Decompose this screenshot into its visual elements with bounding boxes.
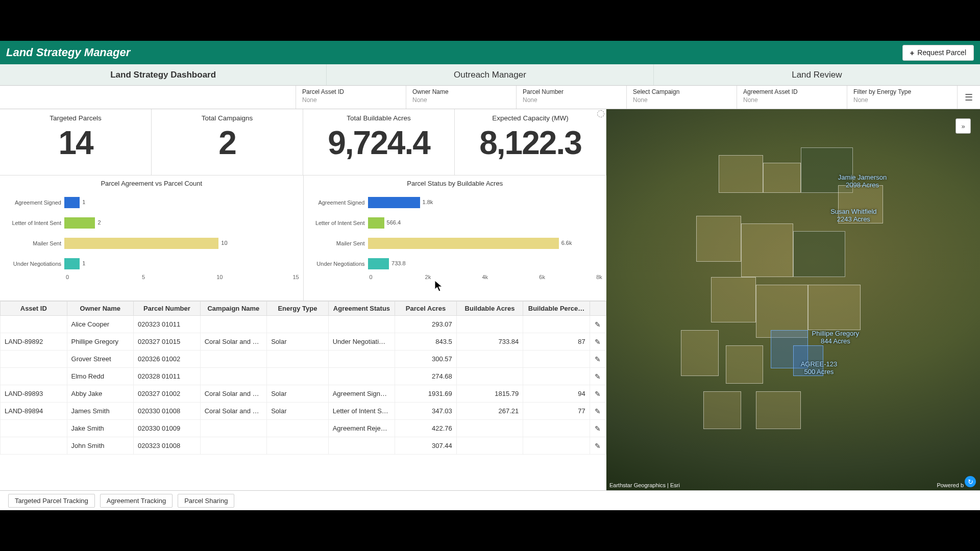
bottom-tab-agreement[interactable]: Agreement Tracking <box>100 494 173 508</box>
map-label[interactable]: Jamie Jamerson2098 Acres <box>838 174 887 189</box>
table-row[interactable]: Elmo Redd020328 01011274.68✎ <box>1 368 606 385</box>
bar-row: Letter of Intent Sent566.4 <box>311 213 600 233</box>
table-row[interactable]: LAND-89894James Smith020330 01008Coral S… <box>1 403 606 420</box>
table-col-header[interactable]: Campaign Name <box>200 302 267 316</box>
x-tick: 15 <box>292 274 299 280</box>
main-tabs: Land Strategy Dashboard Outreach Manager… <box>0 64 980 86</box>
table-row[interactable]: John Smith020323 01008307.44✎ <box>1 437 606 455</box>
filter-campaign[interactable]: Select Campaign None <box>627 86 737 109</box>
filter-energy-type[interactable]: Filter by Energy Type None <box>847 86 958 109</box>
map-expand-button[interactable]: » <box>955 118 971 134</box>
x-tick: 2k <box>425 274 431 280</box>
table-col-header[interactable]: Parcel Acres <box>395 302 457 316</box>
table-row[interactable]: Jake Smith020330 01009Agreement Reje…422… <box>1 420 606 437</box>
bar-row: Agreement Signed1 <box>7 192 296 213</box>
bar-fill[interactable] <box>64 197 80 208</box>
map-parcel[interactable] <box>703 391 741 430</box>
edit-row-button[interactable]: ✎ <box>590 350 606 368</box>
pencil-icon: ✎ <box>595 355 601 363</box>
parcel-table: Asset IDOwner NameParcel NumberCampaign … <box>0 301 606 490</box>
kpi-value: 8,122.3 <box>455 124 606 162</box>
table-col-header[interactable]: Buildable Perce… <box>523 302 590 316</box>
bar-fill[interactable] <box>64 258 80 269</box>
table-cell: 77 <box>523 403 590 420</box>
bottom-tab-tracking[interactable]: Targeted Parcel Tracking <box>8 494 95 508</box>
table-col-header[interactable]: Agreement Status <box>328 302 395 316</box>
table-body: Alice Cooper020323 01011293.07✎LAND-8989… <box>1 316 606 455</box>
pencil-icon: ✎ <box>595 390 601 398</box>
map-panel[interactable]: Jamie Jamerson2098 AcresSusan Whitfield2… <box>606 109 980 490</box>
table-col-header[interactable]: Parcel Number <box>134 302 201 316</box>
map-parcel[interactable] <box>756 391 801 430</box>
edit-row-button[interactable]: ✎ <box>590 368 606 385</box>
map-label[interactable]: Phillipe Gregory844 Acres <box>812 330 860 345</box>
table-row[interactable]: LAND-89892Phillipe Gregory020327 01015Co… <box>1 333 606 350</box>
map-parcel[interactable] <box>719 155 764 193</box>
filter-owner-name[interactable]: Owner Name None <box>406 86 517 109</box>
bar-track: 1.8k <box>368 197 600 208</box>
table-row[interactable]: Grover Street020326 01002300.57✎ <box>1 350 606 368</box>
filter-parcel-asset-id[interactable]: Parcel Asset ID None <box>296 86 406 109</box>
table-cell <box>1 368 67 385</box>
table-cell <box>267 368 329 385</box>
bar-fill[interactable] <box>64 217 95 229</box>
map-parcel[interactable] <box>696 216 741 262</box>
edit-row-button[interactable]: ✎ <box>590 437 606 455</box>
map-parcel[interactable] <box>711 277 756 323</box>
map-parcel[interactable] <box>808 285 860 331</box>
table-cell <box>456 316 523 333</box>
table-row[interactable]: Alice Cooper020323 01011293.07✎ <box>1 316 606 333</box>
bar-fill[interactable] <box>368 238 559 249</box>
bar-value-label: 1 <box>82 199 85 205</box>
map-parcel[interactable] <box>681 330 718 376</box>
map-label[interactable]: AGREE-123500 Acres <box>801 361 838 376</box>
table-cell <box>200 316 267 333</box>
kpi-label: Total Buildable Acres <box>303 114 454 122</box>
edit-row-button[interactable]: ✎ <box>590 420 606 437</box>
kpi-value: 2 <box>152 124 303 162</box>
table-col-header[interactable]: Asset ID <box>1 302 67 316</box>
edit-row-button[interactable]: ✎ <box>590 385 606 403</box>
edit-row-button[interactable]: ✎ <box>590 333 606 350</box>
map-parcel[interactable] <box>741 223 793 277</box>
bar-label: Under Negotiations <box>311 261 368 267</box>
x-tick: 8k <box>596 274 602 280</box>
tab-outreach[interactable]: Outreach Manager <box>327 64 653 85</box>
bar-fill[interactable] <box>368 217 384 229</box>
kpi-buildable-acres: Total Buildable Acres 9,724.4 <box>303 109 455 176</box>
filter-options-menu-icon[interactable]: ☰ <box>958 86 980 109</box>
filter-bar: Parcel Asset ID None Owner Name None Par… <box>0 86 980 109</box>
map-parcel[interactable] <box>793 231 845 277</box>
bar-label: Letter of Intent Sent <box>311 220 368 226</box>
table-cell: 293.07 <box>395 316 457 333</box>
bar-fill[interactable] <box>64 238 218 249</box>
table-col-header[interactable]: Buildable Acres <box>456 302 523 316</box>
pencil-icon: ✎ <box>595 442 601 450</box>
map-refresh-button[interactable]: ↻ <box>965 476 976 487</box>
request-parcel-button[interactable]: + Request Parcel <box>902 45 974 61</box>
bottom-tab-sharing[interactable]: Parcel Sharing <box>178 494 234 508</box>
request-parcel-label: Request Parcel <box>917 48 966 57</box>
table-header-row: Asset IDOwner NameParcel NumberCampaign … <box>1 302 606 316</box>
table-row[interactable]: LAND-89893Abby Jake020327 01002Coral Sol… <box>1 385 606 403</box>
map-parcel[interactable] <box>763 163 800 193</box>
bar-fill[interactable] <box>368 197 420 208</box>
filter-label: Select Campaign <box>633 88 730 95</box>
edit-row-button[interactable]: ✎ <box>590 403 606 420</box>
filter-parcel-number[interactable]: Parcel Number None <box>517 86 627 109</box>
map-label[interactable]: Susan Whitfield2243 Acres <box>830 208 876 223</box>
bar-row: Letter of Intent Sent2 <box>7 213 296 233</box>
tab-land-review[interactable]: Land Review <box>654 64 980 85</box>
table-col-header[interactable]: Owner Name <box>67 302 134 316</box>
map-parcel[interactable] <box>726 345 763 384</box>
table-cell <box>1 420 67 437</box>
table-cell: Solar <box>267 403 329 420</box>
tab-dashboard[interactable]: Land Strategy Dashboard <box>0 64 327 85</box>
table-col-header[interactable]: Energy Type <box>267 302 329 316</box>
bottom-tab-row: Targeted Parcel Tracking Agreement Track… <box>0 491 980 510</box>
edit-row-button[interactable]: ✎ <box>590 316 606 333</box>
filter-agreement-asset-id[interactable]: Agreement Asset ID None <box>737 86 847 109</box>
maximize-icon[interactable] <box>597 110 604 117</box>
map-powered: Powered b <box>937 482 964 488</box>
bar-fill[interactable] <box>368 258 389 269</box>
